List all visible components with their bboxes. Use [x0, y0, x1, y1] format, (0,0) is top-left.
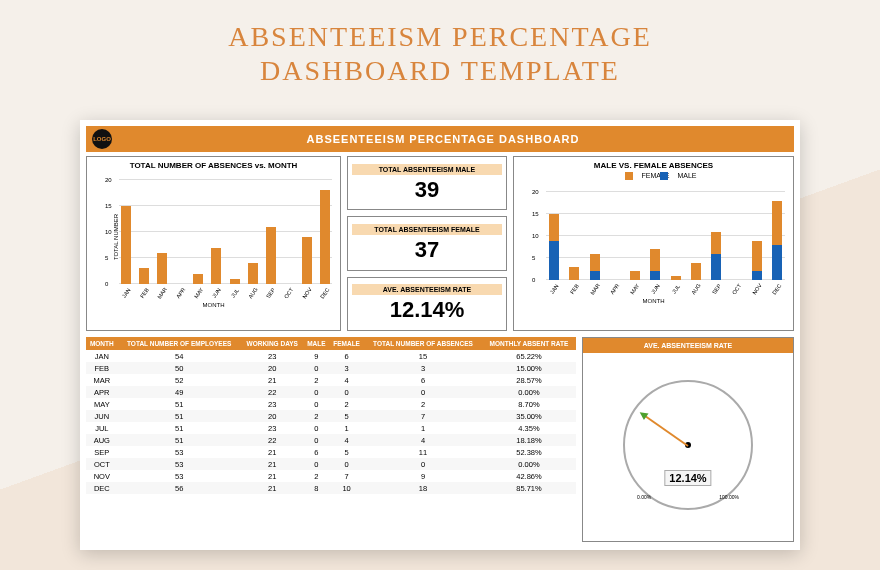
- table-cell: 21: [241, 446, 304, 458]
- table-cell: 3: [364, 362, 482, 374]
- legend-swatch-female: [625, 172, 633, 180]
- table-cell: 2: [304, 374, 329, 386]
- table-cell: 6: [329, 350, 364, 362]
- table-cell: 2: [364, 398, 482, 410]
- table-header-cell: MALE: [304, 337, 329, 350]
- table-cell: 0: [304, 422, 329, 434]
- table-cell: 9: [304, 350, 329, 362]
- bar-female: [752, 241, 762, 272]
- x-category-label: APR: [175, 287, 186, 300]
- x-category-label: NOV: [301, 286, 313, 299]
- bar-male: [549, 241, 559, 281]
- table-cell: 0.00%: [482, 458, 576, 470]
- right-chart-panel: MALE VS. FEMALE ABSENCES FEMALE MALE 0 5…: [513, 156, 794, 331]
- right-bars-container: JANFEBMARAPRMAYJUNJULAUGSEPOCTNOVDEC: [546, 184, 785, 280]
- bar-female: [630, 271, 640, 280]
- table-cell: 0: [364, 386, 482, 398]
- bar-female: [569, 267, 579, 280]
- stack-col: APR: [607, 184, 623, 280]
- table-cell: APR: [86, 386, 118, 398]
- table-cell: 21: [241, 374, 304, 386]
- kpi-male-title: TOTAL ABSENTEEISM MALE: [352, 164, 502, 175]
- table-cell: 51: [118, 398, 241, 410]
- table-cell: 4: [329, 434, 364, 446]
- table-cell: 28.57%: [482, 374, 576, 386]
- table-cell: 4: [329, 374, 364, 386]
- x-category-label: OCT: [283, 287, 295, 300]
- table-header-cell: TOTAL NUMBER OF ABSENCES: [364, 337, 482, 350]
- table-cell: 50: [118, 362, 241, 374]
- bar-col: OCT: [282, 176, 296, 284]
- table-cell: 23: [241, 398, 304, 410]
- legend-swatch-male: [660, 172, 668, 180]
- table-cell: NOV: [86, 470, 118, 482]
- x-category-label: FEB: [569, 283, 580, 295]
- gauge-needle: [642, 413, 688, 446]
- table-cell: 21: [241, 458, 304, 470]
- table-cell: 54: [118, 350, 241, 362]
- lower-row: MONTHTOTAL NUMBER OF EMPLOYEESWORKING DA…: [86, 337, 794, 542]
- kpi-female-title: TOTAL ABSENTEEISM FEMALE: [352, 224, 502, 235]
- x-category-label: AUG: [690, 283, 702, 296]
- table-cell: 23: [241, 350, 304, 362]
- x-category-label: JAN: [549, 283, 560, 295]
- table-header-cell: MONTHLY ABSENT RATE: [482, 337, 576, 350]
- bar-female: [772, 201, 782, 245]
- kpi-female-value: 37: [415, 237, 439, 263]
- table-cell: DEC: [86, 482, 118, 494]
- bar-col: JUN: [209, 176, 223, 284]
- dashboard-card: LOGO ABSEENTEEISM PERCENTAGE DASHBOARD T…: [80, 120, 800, 550]
- table-cell: 4.35%: [482, 422, 576, 434]
- bar-female: [650, 249, 660, 271]
- table-cell: 8.70%: [482, 398, 576, 410]
- table-row: AUG512204418.18%: [86, 434, 576, 446]
- gauge-value: 12.14%: [664, 470, 711, 486]
- table-cell: 18: [364, 482, 482, 494]
- table-cell: 1: [364, 422, 482, 434]
- bar: [266, 227, 276, 284]
- page-title-line2: DASHBOARD TEMPLATE: [0, 54, 880, 88]
- legend-label-male: MALE: [677, 172, 685, 180]
- table-row: JUL51230114.35%: [86, 422, 576, 434]
- stack-col: MAY: [627, 184, 643, 280]
- gauge-panel: AVE. ABSENTEEISM RATE 0.00% 100.00% 12.1…: [582, 337, 794, 542]
- bar: [121, 206, 131, 284]
- table-cell: AUG: [86, 434, 118, 446]
- bar-col: SEP: [264, 176, 278, 284]
- table-cell: MAY: [86, 398, 118, 410]
- table-cell: 0: [329, 386, 364, 398]
- stack-col: NOV: [749, 184, 765, 280]
- bar-col: NOV: [300, 176, 314, 284]
- x-category-label: JUL: [670, 283, 681, 294]
- table-cell: 5: [329, 446, 364, 458]
- table-cell: 8: [304, 482, 329, 494]
- stack-col: MAR: [587, 184, 603, 280]
- stack-col: SEP: [708, 184, 724, 280]
- left-chart-title: TOTAL NUMBER OF ABSENCES vs. MONTH: [91, 161, 336, 170]
- left-chart-area: TOTAL NUMBER 0 5 10 15 20 JANFEBMARAPRMA…: [91, 172, 336, 302]
- table-cell: 65.22%: [482, 350, 576, 362]
- bar-col: FEB: [137, 176, 151, 284]
- x-category-label: SEP: [265, 287, 276, 299]
- stack-col: FEB: [566, 184, 582, 280]
- kpi-column: TOTAL ABSENTEEISM MALE 39 TOTAL ABSENTEE…: [347, 156, 507, 331]
- table-row: FEB502003315.00%: [86, 362, 576, 374]
- gauge-dial: 0.00% 100.00% 12.14%: [623, 380, 753, 510]
- table-cell: 15.00%: [482, 362, 576, 374]
- table-cell: 49: [118, 386, 241, 398]
- upper-row: TOTAL NUMBER OF ABSENCES vs. MONTH TOTAL…: [86, 156, 794, 331]
- table-cell: 42.86%: [482, 470, 576, 482]
- page-title-line1: ABSENTEEISM PERCENTAGE: [0, 20, 880, 54]
- kpi-female: TOTAL ABSENTEEISM FEMALE 37: [347, 216, 507, 270]
- dashboard-header-bar: LOGO ABSEENTEEISM PERCENTAGE DASHBOARD: [86, 126, 794, 152]
- x-category-label: MAY: [629, 283, 641, 296]
- bar: [211, 248, 221, 284]
- table-cell: 21: [241, 482, 304, 494]
- kpi-male-value: 39: [415, 177, 439, 203]
- stack-col: JAN: [546, 184, 562, 280]
- table-cell: 0: [304, 398, 329, 410]
- table-cell: 10: [329, 482, 364, 494]
- table-cell: 53: [118, 446, 241, 458]
- x-axis-label-right: MONTH: [643, 298, 665, 304]
- bar: [302, 237, 312, 284]
